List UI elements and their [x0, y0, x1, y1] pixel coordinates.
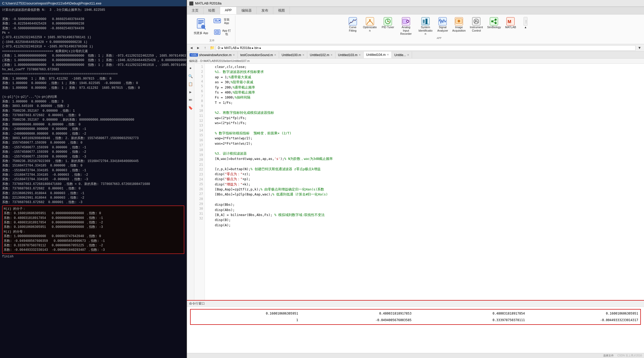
hz-num-2: 系数: 0.480031818917854 0.000000000000000 … [4, 220, 183, 225]
image-acquisition-button[interactable]: ImageAcquisition [451, 16, 467, 33]
term-line-r12: 系数: -15574580677.159399 0.000000 ，指数: -2 [2, 150, 184, 154]
term-line-c3: (系数: 1.000000000000000 0.000000000000000… [2, 63, 184, 67]
term-line-c1: (系数: 1.000000000000000 0.000000000000000… [2, 54, 184, 58]
term-line-s3: 系数: 1.000000 0.000000 ，指数: 1 ; 系数: 973.4… [2, 86, 184, 90]
term-line-spn: (s-p1)*(s-p2)*...*(s-pn)的结果 [2, 95, 184, 99]
editor-tabs-bar: +10C showwindowfunction.m ✕ testCovoluti… [187, 52, 644, 58]
tab-publish[interactable]: 发布 [257, 7, 273, 14]
term-line-pk: Pk = [2, 31, 184, 35]
analog-input-recorder-button[interactable]: Analog InputRecorder [397, 16, 415, 36]
tab-testcov-close[interactable]: ✕ [274, 53, 276, 56]
sidebar-breakpoint-icon[interactable]: ● [188, 65, 194, 71]
hz-den-3: 系数: -0.004493332330143 -0.00000184029340… [4, 248, 183, 252]
ribbon-content: 找更多 App 安装 App [187, 14, 644, 44]
term-line-1: 系数: -0.500000000000000 0.866025403784439 [2, 17, 184, 22]
svg-point-34 [458, 20, 460, 22]
find-apps-icon [196, 18, 206, 31]
more-apps-button[interactable]: ⋮ ▲ [519, 16, 532, 30]
package-app-button[interactable]: App 打包 [212, 27, 233, 38]
status-bar: 选择文件 CSDN 百上秀才2016 [187, 353, 644, 358]
cmd-row-1: 0.160010606305951 0.480031818917853 0.48… [193, 311, 638, 316]
up-button[interactable]: ↑ [202, 45, 208, 51]
hz-num-1: 系数: 0.480031818917854 0.000000000000000 … [4, 216, 183, 220]
term-line-3: 系数: -0.500000000000000 -0.86602540378443… [2, 26, 184, 31]
code-lines[interactable]: clear,clc,close; %1. 数字滤波器的技术指标要求 ap = 1… [205, 64, 644, 300]
terminal-panel: C:\Users\27531\source\repos\Project11\x6… [0, 0, 187, 358]
svg-rect-1 [198, 20, 204, 21]
tab-untitled104-close[interactable]: ✕ [387, 53, 389, 56]
sidebar-run-icon[interactable]: ▶ [188, 89, 194, 95]
tab-untitled104[interactable]: Untitled104.m ✕ [364, 52, 392, 58]
system-identification-label: SystemIdentification [418, 26, 433, 36]
sidebar-zoom-icon[interactable]: 🔍 [188, 73, 194, 79]
matlab-apps-button[interactable]: M MATLAB [504, 16, 518, 30]
svg-line-5 [205, 28, 206, 29]
hz-num-0: 系数: 0.160010606305951 0.000000000000000 … [4, 211, 183, 216]
browse-icon: 📁 [209, 45, 215, 51]
tab-more-close[interactable]: ✕ [407, 53, 409, 56]
code-content: 1 2 3 4 5 6 7 8 9 10 11 12 13 14 15 16 1… [194, 64, 644, 300]
terminal-content: 计算出的滤波器的最低阶数 N: 3 ，3分贝截止频率为: 1946.822585… [0, 6, 186, 358]
system-identification-icon [421, 17, 430, 26]
term-line-r22: 系数: 22136062991.018044 0.000003 ，指数: -2 [2, 196, 184, 200]
tab-untitled100[interactable]: Untitled100.m ✕ [279, 52, 307, 58]
tab-untitled100-close[interactable]: ✕ [302, 53, 304, 56]
simbiology-button[interactable]: SimBiology [486, 16, 503, 30]
svg-point-25 [407, 21, 409, 22]
sidebar-var-icon[interactable]: 📋 [188, 81, 194, 87]
curve-fitting-button[interactable]: CurveFitting [346, 16, 360, 33]
command-window-label: 命令行窗口 [189, 302, 205, 305]
tab-untitled103-close[interactable]: ✕ [359, 53, 361, 56]
sidebar-bookmark-icon[interactable]: 🔖 [188, 105, 194, 111]
matlab-icon: ⬛ [189, 1, 194, 6]
tab-untitled102-close[interactable]: ✕ [330, 53, 333, 56]
hz-den-0: 系数: 1.000000000000000 0.000003747642040 … [4, 234, 183, 239]
optimization-icon [366, 17, 374, 26]
tab-plot[interactable]: 绘图 [204, 7, 220, 14]
editor-sidebar: ● 🔍 📋 ▶ ⏭ 🔖 [187, 64, 194, 300]
install-app-button[interactable]: 安装 App [212, 16, 233, 27]
tab-home[interactable]: 主页 [187, 7, 204, 14]
tab-showwindow-close[interactable]: ✕ [233, 53, 235, 56]
line-numbers: 1 2 3 4 5 6 7 8 9 10 11 12 13 14 15 16 1… [194, 64, 205, 300]
term-line-r21: 系数: 22136062991.018044 0.000003 ，指数: -1 [2, 191, 184, 196]
system-identification-button[interactable]: SystemIdentification [416, 16, 435, 36]
back-button[interactable]: ◀ [189, 45, 194, 51]
tab-showwindow-label: showwindowfunction.m [199, 53, 231, 57]
term-line-s1: 系数: 1.000000 1 ; 系数: 973.411292 -1685.99… [2, 77, 184, 81]
signal-analyzer-button[interactable]: SignalAnalyzer [436, 16, 450, 33]
app-section-label: APP [437, 36, 442, 40]
term-line-pk2: (-1946.822584644925428 + 0.0000000000002… [2, 40, 184, 45]
tab-view[interactable]: 视图 [273, 7, 290, 14]
tab-app[interactable]: APP [220, 7, 237, 14]
find-apps-label: 找更多 App [194, 31, 208, 35]
tab-untitled-more[interactable]: Untitle... ✕ [392, 52, 412, 58]
find-more-apps-button[interactable]: 找更多 App [191, 16, 211, 36]
term-line-r9: 系数: 3893.645169289849946 ，指数: 2. 新的系数: 1… [2, 136, 184, 141]
term-line-s2: 系数: 1.000000 0.000000 ，指数: 1 ; 系数: 1946.… [2, 81, 184, 86]
pid-tuner-button[interactable]: PID Tuner [380, 16, 396, 30]
instrument-control-button[interactable]: InstrumentControl [468, 16, 485, 33]
sidebar-step-icon[interactable]: ⏭ [188, 97, 194, 103]
cmd-cell-2-2: -0.0494005676003585 [306, 318, 412, 323]
svg-rect-2 [198, 22, 204, 23]
cmd-row-2: 1 -0.0494005676003585 0.333978750378111 … [193, 318, 638, 323]
tab-untitled100-label: Untitled100.m [282, 53, 301, 57]
cmd-cell-1-3: 0.480031818917854 [419, 311, 525, 316]
tab-untitled103-label: Untitled103.m [338, 53, 358, 57]
optimization-button[interactable]: Optimization [361, 16, 379, 33]
command-output[interactable]: 0.160010606305951 0.480031818917853 0.48… [187, 307, 644, 353]
tab-editor[interactable]: 编辑器 [237, 7, 257, 14]
svg-text:⋮: ⋮ [524, 20, 528, 24]
tab-showwindow[interactable]: +10C showwindowfunction.m ✕ [187, 52, 238, 58]
term-line-r10: 系数: 15574580677.159399 0.000000 ，指数: 0 [2, 141, 184, 145]
tab-untitled102[interactable]: Untitled102.m ✕ [307, 52, 335, 58]
install-icon [214, 17, 221, 26]
forward-button[interactable]: ▶ [195, 45, 201, 51]
tab-testcov[interactable]: testCovolutionSound.m ✕ [238, 52, 279, 58]
path-dropdown-button[interactable]: ▼ [637, 45, 642, 51]
tab-untitled103[interactable]: Untitled103.m ✕ [335, 52, 364, 58]
term-line-r13: 系数: -15574580677.159399 0.000000 ，指数: -3 [2, 155, 184, 159]
svg-rect-8 [215, 21, 219, 21]
term-line-r15: 系数: 15160472704.334185 0.000000 ，指数: 0 [2, 164, 184, 168]
